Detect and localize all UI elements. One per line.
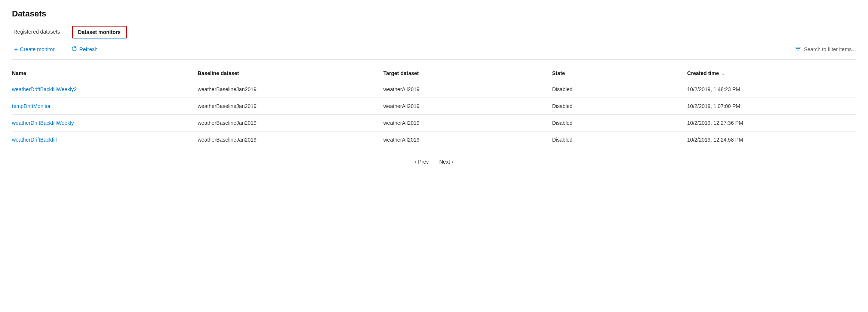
- col-header-baseline: Baseline dataset: [198, 66, 384, 81]
- cell-created-3: 10/2/2019, 12:24:58 PM: [687, 132, 856, 148]
- cell-target-1: weatherAll2019: [384, 98, 552, 115]
- cell-name-2[interactable]: weatherDriftBackfillWeekly: [12, 115, 198, 132]
- col-header-state: State: [552, 66, 687, 81]
- cell-name-3[interactable]: weatherDriftBackfill: [12, 132, 198, 148]
- cell-target-2: weatherAll2019: [384, 115, 552, 132]
- cell-state-0: Disabled: [552, 81, 687, 98]
- pagination: ‹ Prev Next ›: [12, 157, 856, 166]
- cell-baseline-1: weatherBaselineJan2019: [198, 98, 384, 115]
- monitors-table: Name Baseline dataset Target dataset Sta…: [12, 66, 856, 148]
- cell-created-1: 10/2/2019, 1:07:00 PM: [687, 98, 856, 115]
- table-row: tempDriftMonitor weatherBaselineJan2019 …: [12, 98, 856, 115]
- table-header: Name Baseline dataset Target dataset Sta…: [12, 66, 856, 81]
- refresh-icon: [71, 46, 77, 53]
- table-row: weatherDriftBackfillWeekly2 weatherBasel…: [12, 81, 856, 98]
- cell-target-0: weatherAll2019: [384, 81, 552, 98]
- table-body: weatherDriftBackfillWeekly2 weatherBasel…: [12, 81, 856, 148]
- col-header-name: Name: [12, 66, 198, 81]
- cell-baseline-0: weatherBaselineJan2019: [198, 81, 384, 98]
- toolbar-divider: [63, 46, 63, 53]
- cell-name-0[interactable]: weatherDriftBackfillWeekly2: [12, 81, 198, 98]
- toolbar: + Create monitor Refresh Search to filte…: [12, 39, 856, 60]
- col-header-target: Target dataset: [384, 66, 552, 81]
- cell-state-1: Disabled: [552, 98, 687, 115]
- plus-icon: +: [14, 46, 18, 53]
- chevron-left-icon: ‹: [415, 159, 417, 165]
- cell-name-1[interactable]: tempDriftMonitor: [12, 98, 198, 115]
- refresh-button[interactable]: Refresh: [69, 44, 100, 54]
- tab-registered-datasets[interactable]: Registered datasets: [12, 25, 66, 39]
- col-header-created[interactable]: Created time ↓: [687, 66, 856, 81]
- next-button[interactable]: Next ›: [436, 157, 456, 166]
- tabs-container: Registered datasets Dataset monitors: [12, 25, 856, 39]
- toolbar-left: + Create monitor Refresh: [12, 44, 795, 54]
- table-row: weatherDriftBackfill weatherBaselineJan2…: [12, 132, 856, 148]
- cell-state-3: Disabled: [552, 132, 687, 148]
- cell-created-0: 10/2/2019, 1:48:23 PM: [687, 81, 856, 98]
- cell-state-2: Disabled: [552, 115, 687, 132]
- search-placeholder-text: Search to filter items...: [804, 46, 856, 52]
- filter-icon: [795, 46, 801, 53]
- cell-baseline-3: weatherBaselineJan2019: [198, 132, 384, 148]
- create-monitor-button[interactable]: + Create monitor: [12, 44, 57, 54]
- chevron-right-icon: ›: [452, 159, 453, 165]
- tab-dataset-monitors[interactable]: Dataset monitors: [72, 26, 127, 38]
- cell-target-3: weatherAll2019: [384, 132, 552, 148]
- cell-baseline-2: weatherBaselineJan2019: [198, 115, 384, 132]
- search-area[interactable]: Search to filter items...: [795, 46, 856, 53]
- sort-arrow-icon: ↓: [722, 71, 724, 76]
- table-container: Name Baseline dataset Target dataset Sta…: [12, 66, 856, 148]
- cell-created-2: 10/2/2019, 12:27:36 PM: [687, 115, 856, 132]
- table-row: weatherDriftBackfillWeekly weatherBaseli…: [12, 115, 856, 132]
- prev-button[interactable]: ‹ Prev: [412, 157, 432, 166]
- page-title: Datasets: [12, 9, 856, 19]
